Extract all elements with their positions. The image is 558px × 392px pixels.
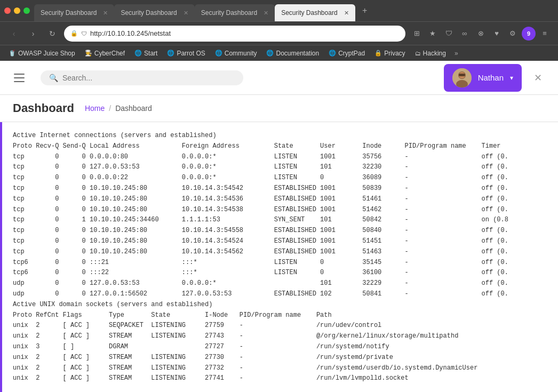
extension-icon-2[interactable]: ♥ (490, 27, 504, 41)
app-content: 🔍 Nathan ▾ ✕ Da (0, 61, 558, 392)
settings-icon[interactable]: ⚙ (506, 27, 520, 41)
table-row: tcp 0 0 0.0.0.0:80 0.0.0.0:* LISTEN 1001… (13, 152, 545, 163)
privacy-icon: 🔒 (374, 50, 382, 57)
internet-rows: tcp 0 0 0.0.0.0:80 0.0.0.0:* LISTEN 1001… (13, 152, 545, 300)
close-window-button[interactable] (4, 7, 11, 14)
search-box: 🔍 (41, 70, 243, 85)
sync-icon[interactable]: ∞ (458, 27, 472, 41)
browser-chrome: Security Dashboard ✕ Security Dashboard … (0, 0, 558, 61)
bookmark-owasp[interactable]: 🥤 OWASP Juice Shop (4, 49, 79, 58)
bookmark-community[interactable]: 🌐 Community (211, 49, 261, 58)
bookmark-privacy[interactable]: 🔒 Privacy (370, 49, 409, 58)
table-row: tcp 0 0 10.10.10.245:80 10.10.14.3:54558… (13, 226, 545, 236)
bookmark-cryptpad[interactable]: 🌐 CryptPad (324, 49, 369, 58)
shield-icon: 🛡 (81, 30, 87, 37)
close-button[interactable]: ✕ (528, 68, 547, 87)
table-row: udp 0 0 127.0.0.53:53 0.0.0.0:* 101 3222… (13, 278, 545, 289)
table-row: udp 0 0 127.0.0.1:56502 127.0.0.53:53 ES… (13, 289, 545, 300)
table-row: tcp 0 0 10.10.10.245:80 10.10.14.3:54538… (13, 205, 545, 215)
forward-button[interactable]: › (26, 26, 41, 41)
user-name: Nathan (478, 73, 504, 82)
profile-icon[interactable]: 9 (522, 27, 536, 41)
breadcrumb-home-link[interactable]: Home (85, 104, 105, 113)
shield-nav-icon[interactable]: 🛡 (442, 27, 456, 41)
bookmark-privacy-label: Privacy (384, 50, 405, 57)
tab-3-close[interactable]: ✕ (264, 10, 268, 17)
search-icon: 🔍 (49, 74, 58, 82)
tab-2-label: Security Dashboard (121, 9, 177, 17)
maximize-window-button[interactable] (23, 7, 30, 14)
minimize-window-button[interactable] (14, 7, 20, 14)
cyberchef-icon: 👨‍🍳 (85, 50, 92, 57)
table-row: tcp 0 0 10.10.10.245:80 10.10.14.3:54562… (13, 247, 545, 258)
hamburger-menu-button[interactable] (11, 68, 30, 87)
bookmark-community-label: Community (225, 50, 257, 57)
search-input-wrap: 🔍 (41, 70, 243, 85)
table-row: tcp6 0 0 :::22 :::* LISTEN 0 36100 - off… (13, 268, 545, 278)
extension-icon-1[interactable]: ⊗ (474, 27, 488, 41)
bookmark-parrot-label: Parrot OS (177, 50, 205, 57)
bookmark-start-label: Start (144, 50, 157, 57)
col-header: Proto Recv-Q Send-Q Local Address Foreig… (13, 141, 545, 152)
breadcrumb-current: Dashboard (115, 104, 152, 113)
nav-icons: ⊞ ★ 🛡 ∞ ⊗ ♥ ⚙ 9 ≡ (410, 27, 552, 41)
tab-4[interactable]: Security Dashboard ✕ (275, 4, 355, 21)
table-row: unix 2 [ ACC ] SEQPACKET LISTENING 27759… (13, 321, 545, 331)
user-menu-button[interactable]: Nathan ▾ (444, 64, 522, 92)
table-row: unix 2 [ ACC ] STREAM LISTENING 27743 - … (13, 331, 545, 342)
start-icon: 🌐 (134, 50, 142, 57)
refresh-button[interactable]: ↻ (45, 26, 60, 41)
section1-header: Active Internet connections (servers and… (13, 131, 545, 141)
new-tab-button[interactable]: + (357, 3, 372, 18)
owasp-icon: 🥤 (9, 50, 16, 57)
left-accent-bar (0, 122, 2, 392)
top-bar: 🔍 Nathan ▾ ✕ (0, 61, 558, 95)
tab-4-label: Security Dashboard (281, 9, 337, 17)
tab-1-label: Security Dashboard (41, 9, 97, 17)
tab-2[interactable]: Security Dashboard ✕ (114, 4, 194, 21)
unix-col-header: Proto RefCnt Flags Type State I-Node PID… (13, 310, 545, 321)
back-button[interactable]: ‹ (6, 26, 21, 41)
traffic-lights (4, 7, 30, 14)
hamburger-line-2 (14, 77, 25, 78)
chevron-down-icon: ▾ (510, 74, 513, 82)
reader-view-icon[interactable]: ⊞ (410, 27, 424, 41)
search-input[interactable] (62, 74, 235, 82)
tab-4-close[interactable]: ✕ (344, 10, 349, 17)
tab-1-close[interactable]: ✕ (103, 10, 108, 17)
table-row: tcp 0 0 127.0.0.53:53 0.0.0.0:* LISTEN 1… (13, 162, 545, 173)
bookmark-cyberchef[interactable]: 👨‍🍳 CyberChef (81, 49, 129, 58)
documentation-icon: 🌐 (266, 50, 274, 57)
top-bar-right: Nathan ▾ (444, 64, 522, 92)
community-icon: 🌐 (215, 50, 222, 57)
url-text: http://10.10.10.245/netstat (90, 29, 399, 37)
tab-3-label: Security Dashboard (201, 9, 257, 17)
svg-rect-4 (459, 74, 465, 76)
bookmark-icon[interactable]: ★ (426, 27, 440, 41)
bookmark-start[interactable]: 🌐 Start (130, 49, 162, 58)
tab-1[interactable]: Security Dashboard ✕ (34, 4, 114, 21)
tab-3[interactable]: Security Dashboard ✕ (195, 4, 275, 21)
breadcrumb-separator: / (109, 104, 111, 113)
menu-icon[interactable]: ≡ (538, 27, 552, 41)
bookmark-parrot[interactable]: 🌐 Parrot OS (163, 49, 209, 58)
bookmark-documentation[interactable]: 🌐 Documentation (262, 49, 323, 58)
breadcrumb-bar: Dashboard Home / Dashboard (0, 95, 558, 122)
bookmark-documentation-label: Documentation (276, 50, 319, 57)
nav-bar: ‹ › ↻ 🔒 🛡 http://10.10.10.245/netstat ⊞ … (0, 21, 558, 45)
tab-2-close[interactable]: ✕ (184, 10, 188, 17)
bookmark-hacking-label: Hacking (423, 50, 446, 57)
bookmark-hacking[interactable]: 🗂 Hacking (411, 49, 450, 58)
bookmark-cyberchef-label: CyberChef (94, 50, 125, 57)
address-bar[interactable]: 🔒 🛡 http://10.10.10.245/netstat (64, 26, 405, 42)
table-row: tcp6 0 0 :::21 :::* LISTEN 0 35145 - off… (13, 258, 545, 268)
parrot-icon: 🌐 (167, 50, 174, 57)
hamburger-line-3 (14, 81, 25, 82)
table-row: unix 2 [ ACC ] STREAM LISTENING 27741 - … (13, 373, 545, 384)
table-row: unix 3 [ ] DGRAM 27727 - /run/systemd/no… (13, 342, 545, 353)
table-row: tcp 0 0 10.10.10.245:80 10.10.14.3:54536… (13, 194, 545, 205)
page-title: Dashboard (13, 101, 74, 115)
table-row: unix 2 [ ACC ] STREAM LISTENING 27732 - … (13, 363, 545, 374)
main-content: Active Internet connections (servers and… (0, 122, 558, 392)
more-bookmarks-button[interactable]: » (451, 49, 461, 58)
